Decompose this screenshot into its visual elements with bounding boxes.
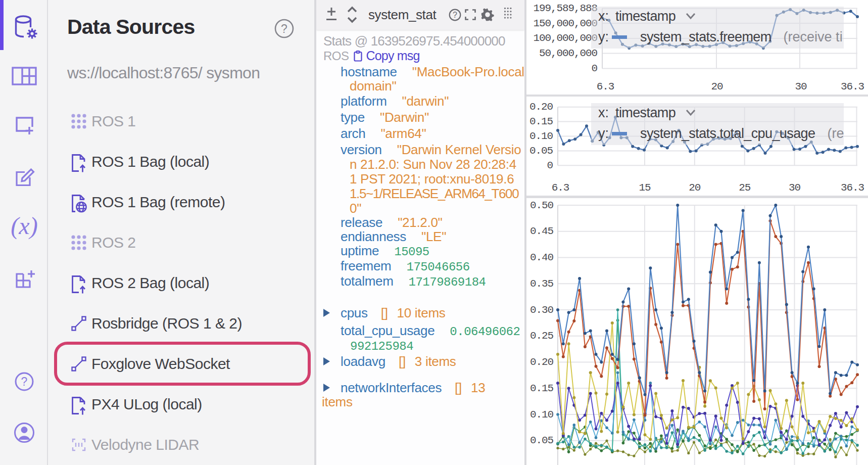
svg-text:199,589,888: 199,589,888 [533,3,597,14]
svg-text:36.3: 36.3 [841,182,864,194]
svg-text:150,000,000: 150,000,000 [533,18,597,29]
svg-text:36.3: 36.3 [841,81,864,92]
svg-text:?: ? [21,375,28,388]
svg-text:0.15: 0.15 [529,116,553,127]
svg-text:0.45: 0.45 [530,225,554,237]
svg-text:20: 20 [711,81,723,92]
svg-text:6.3: 6.3 [597,81,614,92]
svg-text:0: 0 [547,160,553,171]
svg-text:0.35: 0.35 [530,278,554,290]
svg-text:100,000,000: 100,000,000 [533,32,597,44]
svg-text:50,000,000: 50,000,000 [539,48,598,59]
svg-text:0.30: 0.30 [530,304,554,316]
svg-text:?: ? [281,22,287,35]
svg-text:30: 30 [789,182,801,194]
svg-text:0.05: 0.05 [529,145,553,157]
svg-text:0.50: 0.50 [530,200,554,211]
svg-text:0.05: 0.05 [530,435,554,446]
svg-text:0.25: 0.25 [530,330,554,342]
svg-text:0.40: 0.40 [530,252,554,263]
svg-text:0.10: 0.10 [529,130,553,142]
svg-text:30: 30 [795,81,807,92]
svg-text:0: 0 [591,63,597,74]
svg-text:0.10: 0.10 [530,409,554,421]
svg-text:20: 20 [689,182,701,194]
svg-text:6.3: 6.3 [552,182,569,194]
svg-text:25: 25 [739,182,751,194]
svg-text:0.20: 0.20 [529,101,553,113]
svg-text:15: 15 [639,182,651,194]
svg-text:0.20: 0.20 [530,356,554,368]
svg-text:(x): (x) [11,215,37,240]
svg-text:0.15: 0.15 [530,383,554,394]
